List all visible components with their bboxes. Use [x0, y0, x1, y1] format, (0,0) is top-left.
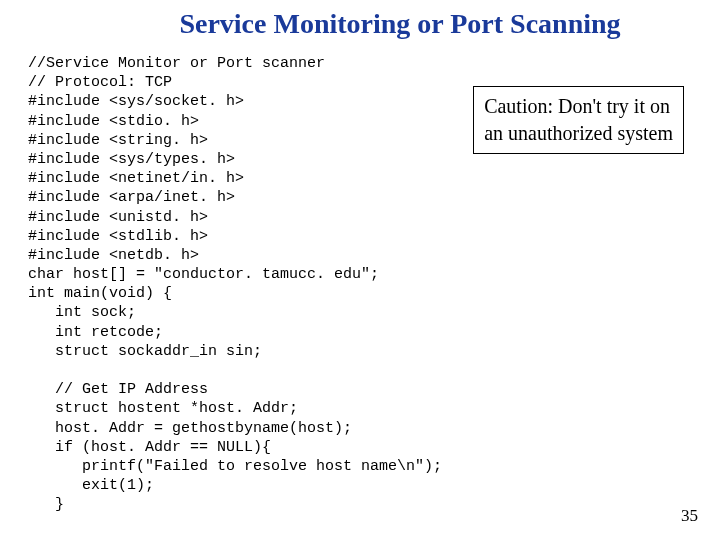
- code-line: #include <stdio. h>: [28, 113, 199, 130]
- code-line: #include <netinet/in. h>: [28, 170, 244, 187]
- page-number: 35: [681, 506, 698, 526]
- code-line: #include <string. h>: [28, 132, 208, 149]
- code-line: #include <sys/types. h>: [28, 151, 235, 168]
- code-line: exit(1);: [28, 477, 154, 494]
- caution-line-2: an unauthorized system: [484, 120, 673, 147]
- code-line: #include <netdb. h>: [28, 247, 199, 264]
- code-line: int sock;: [28, 304, 136, 321]
- code-line: host. Addr = gethostbyname(host);: [28, 420, 352, 437]
- code-line: #include <arpa/inet. h>: [28, 189, 235, 206]
- slide-title: Service Monitoring or Port Scanning: [0, 0, 720, 40]
- code-line: // Get IP Address: [28, 381, 208, 398]
- code-line: printf("Failed to resolve host name\n");: [28, 458, 442, 475]
- code-line: #include <stdlib. h>: [28, 228, 208, 245]
- code-line: #include <sys/socket. h>: [28, 93, 244, 110]
- code-line: }: [28, 496, 64, 513]
- caution-box: Caution: Don't try it on an unauthorized…: [473, 86, 684, 154]
- code-line: int main(void) {: [28, 285, 172, 302]
- code-line: struct hostent *host. Addr;: [28, 400, 298, 417]
- code-listing: //Service Monitor or Port scanner // Pro…: [28, 54, 442, 515]
- code-line: int retcode;: [28, 324, 163, 341]
- code-line: struct sockaddr_in sin;: [28, 343, 262, 360]
- code-line: char host[] = "conductor. tamucc. edu";: [28, 266, 379, 283]
- code-line: #include <unistd. h>: [28, 209, 208, 226]
- code-line: // Protocol: TCP: [28, 74, 172, 91]
- code-line: if (host. Addr == NULL){: [28, 439, 271, 456]
- caution-line-1: Caution: Don't try it on: [484, 93, 673, 120]
- code-line: //Service Monitor or Port scanner: [28, 55, 325, 72]
